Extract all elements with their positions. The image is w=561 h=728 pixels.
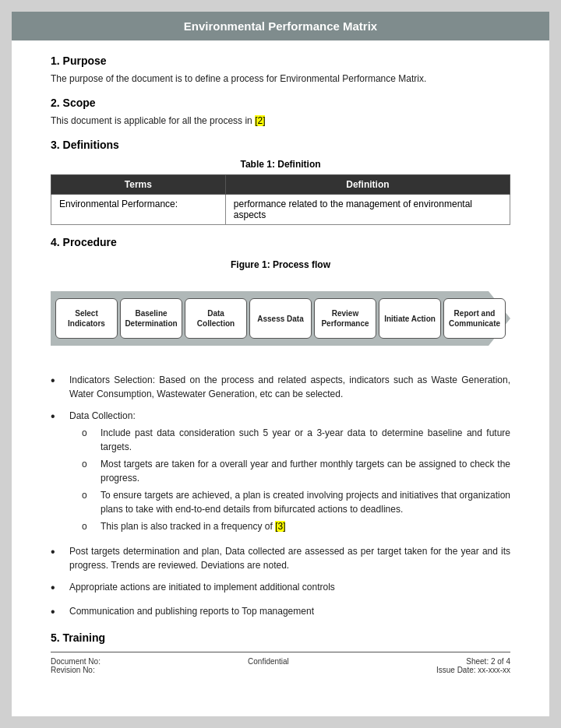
sub-bullet-2: o Most targets are taken for a overall y…	[82, 457, 510, 485]
bullet-dot-4: •	[51, 580, 66, 596]
flow-step-assess-data: Assess Data	[249, 298, 312, 339]
bullet-text-5: Communication and publishing reports to …	[69, 604, 510, 618]
bullet-item-4: • Appropriate actions are initiated to i…	[51, 580, 510, 596]
section-1-heading: 1. Purpose	[51, 55, 510, 67]
header-title: Environmental Performance Matrix	[184, 19, 377, 33]
revision-label: Revision No:	[51, 666, 101, 674]
section-3-heading: 3. Definitions	[51, 139, 510, 151]
sub-bullet-4: o This plan is also tracked in a frequen…	[82, 519, 510, 533]
figure-title: Figure 1: Process flow	[51, 259, 510, 270]
sub-bullet-3: o To ensure targets are achieved, a plan…	[82, 488, 510, 516]
issue-date-label: Issue Date: xx-xxx-xx	[436, 666, 510, 674]
footer-left: Document No: Revision No:	[51, 657, 101, 674]
section-4-heading: 4. Procedure	[51, 236, 510, 248]
definition-table: Terms Definition Environmental Performan…	[51, 174, 510, 225]
footer-center: Confidential	[248, 657, 289, 674]
section-2-heading: 2. Scope	[51, 97, 510, 109]
flow-steps-container: SelectIndicators BaselineDetermination D…	[51, 290, 510, 346]
table-cell-term: Environmental Performance:	[51, 195, 226, 225]
page-footer: Document No: Revision No: Confidential S…	[51, 652, 510, 674]
bullet-item-3: • Post targets determination and plan, D…	[51, 544, 510, 572]
flow-step-data-collection: DataCollection	[185, 298, 247, 339]
bullet-item-1: • Indicators Selection: Based on the pro…	[51, 373, 510, 401]
confidential-label: Confidential	[248, 657, 289, 666]
table-cell-definition: performance related to the management of…	[225, 195, 510, 225]
flow-step-report-communicate: Report andCommunicate	[443, 298, 506, 339]
process-flow: SelectIndicators BaselineDetermination D…	[51, 283, 510, 354]
flow-step-select-indicators: SelectIndicators	[55, 298, 118, 339]
page-header: Environmental Performance Matrix	[12, 12, 549, 40]
col-header-terms: Terms	[51, 175, 226, 195]
doc-no-label: Document No:	[51, 657, 101, 666]
bullet-item-5: • Communication and publishing reports t…	[51, 604, 510, 621]
bullet-dot-1: •	[51, 373, 66, 389]
sheet-label: Sheet: 2 of 4	[436, 657, 510, 666]
bullet-dot-3: •	[51, 544, 66, 561]
bullet-text-4: Appropriate actions are initiated to imp…	[69, 580, 510, 594]
sub-bullet-1: o Include past data consideration such 5…	[82, 426, 510, 454]
flow-step-baseline: BaselineDetermination	[120, 298, 182, 339]
bullet-section: • Indicators Selection: Based on the pro…	[51, 373, 510, 621]
bullet-text-2: Data Collection: o Include past data con…	[69, 409, 510, 536]
bullet-item-2: • Data Collection: o Include past data c…	[51, 409, 510, 536]
sub-bullet-list: o Include past data consideration such 5…	[82, 426, 510, 533]
section-5-heading: 5. Training	[51, 631, 510, 644]
table-title: Table 1: Definition	[51, 159, 510, 170]
bullet-text-3: Post targets determination and plan, Dat…	[69, 544, 510, 572]
flow-step-initiate-action: Initiate Action	[379, 298, 441, 339]
section-1-body: The purpose of the document is to define…	[51, 72, 510, 86]
table-row: Environmental Performance: performance r…	[51, 195, 510, 225]
bullet-dot-2: •	[51, 409, 66, 425]
bullet-dot-5: •	[51, 604, 66, 621]
flow-step-review-performance: ReviewPerformance	[314, 298, 376, 339]
footer-right: Sheet: 2 of 4 Issue Date: xx-xxx-xx	[436, 657, 510, 674]
section-2-body: This document is applicable for all the …	[51, 114, 510, 128]
bullet-text-1: Indicators Selection: Based on the proce…	[69, 373, 510, 401]
col-header-definition: Definition	[225, 175, 510, 195]
